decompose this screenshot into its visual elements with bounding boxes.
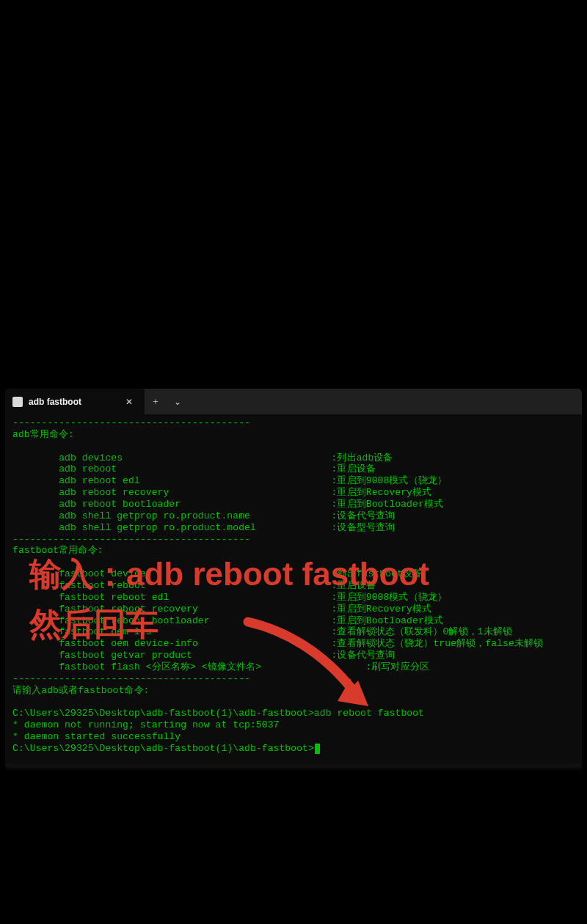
plus-icon: ＋ bbox=[151, 395, 160, 408]
text-cursor bbox=[315, 744, 320, 754]
close-icon: ✕ bbox=[125, 397, 133, 407]
tab-menu-button[interactable]: ⌄ bbox=[167, 389, 189, 414]
taskbar-fragment bbox=[5, 763, 582, 770]
tab-title: adb fastboot bbox=[29, 397, 115, 407]
chevron-down-icon: ⌄ bbox=[174, 397, 181, 407]
terminal-icon bbox=[12, 397, 23, 407]
close-tab-button[interactable]: ✕ bbox=[121, 394, 137, 410]
new-tab-button[interactable]: ＋ bbox=[145, 389, 167, 414]
annotation-line-2: 然后回车 bbox=[29, 607, 158, 641]
titlebar: adb fastboot ✕ ＋ ⌄ bbox=[5, 389, 582, 414]
active-tab[interactable]: adb fastboot ✕ bbox=[5, 389, 145, 414]
annotation-line-1: 输入：adb reboot fastboot bbox=[29, 557, 429, 591]
